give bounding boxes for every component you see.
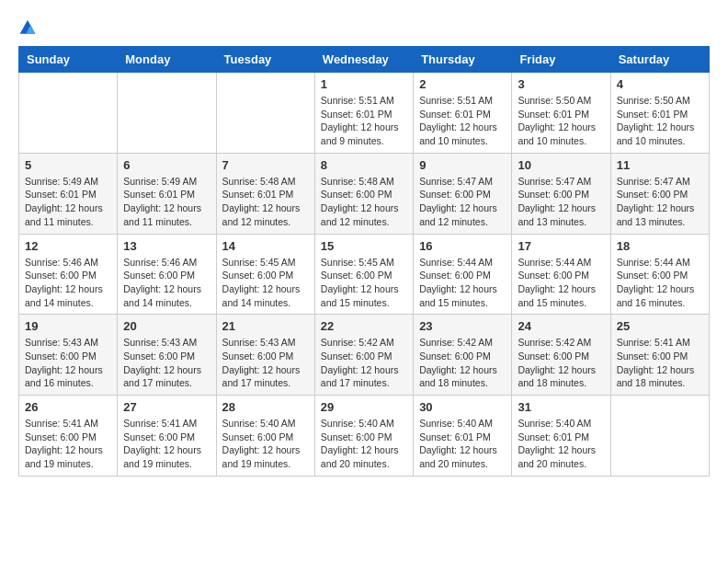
day-number: 23 (419, 319, 506, 333)
calendar-cell: 16Sunrise: 5:44 AM Sunset: 6:00 PM Dayli… (414, 234, 512, 315)
day-number: 1 (321, 77, 407, 91)
calendar-cell: 12Sunrise: 5:46 AM Sunset: 6:00 PM Dayli… (19, 234, 118, 315)
calendar-cell: 6Sunrise: 5:49 AM Sunset: 6:01 PM Daylig… (118, 153, 216, 234)
day-info: Sunrise: 5:41 AM Sunset: 6:00 PM Dayligh… (617, 336, 703, 390)
weekday-header: Thursday (414, 47, 512, 73)
day-number: 19 (25, 319, 111, 333)
day-number: 21 (222, 319, 309, 333)
calendar-cell: 21Sunrise: 5:43 AM Sunset: 6:00 PM Dayli… (216, 315, 314, 396)
calendar-week-row: 12Sunrise: 5:46 AM Sunset: 6:00 PM Dayli… (19, 234, 710, 315)
weekday-header: Tuesday (216, 47, 314, 73)
logo (18, 18, 40, 37)
calendar-cell: 22Sunrise: 5:42 AM Sunset: 6:00 PM Dayli… (314, 315, 413, 396)
calendar-cell: 1Sunrise: 5:51 AM Sunset: 6:01 PM Daylig… (314, 73, 413, 154)
day-info: Sunrise: 5:46 AM Sunset: 6:00 PM Dayligh… (25, 256, 111, 310)
weekday-header: Monday (118, 47, 216, 73)
calendar-cell: 19Sunrise: 5:43 AM Sunset: 6:00 PM Dayli… (19, 315, 118, 396)
day-number: 30 (419, 400, 506, 414)
weekday-header: Friday (512, 47, 610, 73)
calendar-cell: 25Sunrise: 5:41 AM Sunset: 6:00 PM Dayli… (610, 315, 709, 396)
day-number: 17 (518, 239, 604, 253)
day-number: 4 (617, 77, 703, 91)
day-info: Sunrise: 5:45 AM Sunset: 6:00 PM Dayligh… (321, 256, 407, 310)
calendar-week-row: 5Sunrise: 5:49 AM Sunset: 6:01 PM Daylig… (19, 153, 710, 234)
day-number: 29 (321, 400, 407, 414)
calendar-cell: 5Sunrise: 5:49 AM Sunset: 6:01 PM Daylig… (19, 153, 118, 234)
day-info: Sunrise: 5:42 AM Sunset: 6:00 PM Dayligh… (518, 336, 604, 390)
calendar-cell: 7Sunrise: 5:48 AM Sunset: 6:01 PM Daylig… (216, 153, 314, 234)
weekday-header: Saturday (610, 47, 709, 73)
day-info: Sunrise: 5:42 AM Sunset: 6:00 PM Dayligh… (321, 336, 407, 390)
calendar-cell: 26Sunrise: 5:41 AM Sunset: 6:00 PM Dayli… (19, 396, 118, 477)
day-number: 15 (321, 239, 407, 253)
day-number: 16 (419, 239, 506, 253)
calendar-week-row: 19Sunrise: 5:43 AM Sunset: 6:00 PM Dayli… (19, 315, 710, 396)
day-number: 5 (25, 158, 111, 172)
day-number: 24 (518, 319, 604, 333)
calendar-cell: 29Sunrise: 5:40 AM Sunset: 6:00 PM Dayli… (314, 396, 413, 477)
day-info: Sunrise: 5:48 AM Sunset: 6:01 PM Dayligh… (222, 175, 309, 229)
day-info: Sunrise: 5:47 AM Sunset: 6:00 PM Dayligh… (518, 175, 604, 229)
calendar-cell: 15Sunrise: 5:45 AM Sunset: 6:00 PM Dayli… (314, 234, 413, 315)
weekday-header: Wednesday (314, 47, 413, 73)
day-number: 14 (222, 239, 309, 253)
day-info: Sunrise: 5:51 AM Sunset: 6:01 PM Dayligh… (321, 94, 407, 148)
day-info: Sunrise: 5:49 AM Sunset: 6:01 PM Dayligh… (123, 175, 210, 229)
calendar-week-row: 1Sunrise: 5:51 AM Sunset: 6:01 PM Daylig… (19, 73, 710, 154)
day-info: Sunrise: 5:47 AM Sunset: 6:00 PM Dayligh… (419, 175, 506, 229)
calendar-cell: 23Sunrise: 5:42 AM Sunset: 6:00 PM Dayli… (414, 315, 512, 396)
calendar-cell: 20Sunrise: 5:43 AM Sunset: 6:00 PM Dayli… (118, 315, 216, 396)
day-number: 2 (419, 77, 506, 91)
calendar-cell: 27Sunrise: 5:41 AM Sunset: 6:00 PM Dayli… (118, 396, 216, 477)
day-number: 13 (123, 239, 210, 253)
calendar-cell: 18Sunrise: 5:44 AM Sunset: 6:00 PM Dayli… (610, 234, 709, 315)
calendar-cell: 24Sunrise: 5:42 AM Sunset: 6:00 PM Dayli… (512, 315, 610, 396)
day-info: Sunrise: 5:43 AM Sunset: 6:00 PM Dayligh… (123, 336, 210, 390)
logo-icon (18, 18, 37, 37)
day-number: 7 (222, 158, 309, 172)
calendar-header-row: SundayMondayTuesdayWednesdayThursdayFrid… (19, 47, 710, 73)
calendar-cell: 2Sunrise: 5:51 AM Sunset: 6:01 PM Daylig… (414, 73, 512, 154)
calendar-cell (216, 73, 314, 154)
calendar-week-row: 26Sunrise: 5:41 AM Sunset: 6:00 PM Dayli… (19, 396, 710, 477)
day-info: Sunrise: 5:43 AM Sunset: 6:00 PM Dayligh… (25, 336, 111, 390)
calendar-cell: 10Sunrise: 5:47 AM Sunset: 6:00 PM Dayli… (512, 153, 610, 234)
day-number: 6 (123, 158, 210, 172)
day-info: Sunrise: 5:41 AM Sunset: 6:00 PM Dayligh… (123, 417, 210, 471)
calendar-cell (118, 73, 216, 154)
calendar-cell: 4Sunrise: 5:50 AM Sunset: 6:01 PM Daylig… (610, 73, 709, 154)
calendar-cell: 28Sunrise: 5:40 AM Sunset: 6:00 PM Dayli… (216, 396, 314, 477)
day-number: 28 (222, 400, 309, 414)
day-number: 9 (419, 158, 506, 172)
day-info: Sunrise: 5:43 AM Sunset: 6:00 PM Dayligh… (222, 336, 309, 390)
day-info: Sunrise: 5:50 AM Sunset: 6:01 PM Dayligh… (617, 94, 703, 148)
day-number: 25 (617, 319, 703, 333)
day-number: 18 (617, 239, 703, 253)
day-number: 20 (123, 319, 210, 333)
calendar-cell: 30Sunrise: 5:40 AM Sunset: 6:01 PM Dayli… (414, 396, 512, 477)
day-info: Sunrise: 5:40 AM Sunset: 6:00 PM Dayligh… (222, 417, 309, 471)
day-info: Sunrise: 5:44 AM Sunset: 6:00 PM Dayligh… (617, 256, 703, 310)
day-info: Sunrise: 5:49 AM Sunset: 6:01 PM Dayligh… (25, 175, 111, 229)
day-info: Sunrise: 5:48 AM Sunset: 6:00 PM Dayligh… (321, 175, 407, 229)
weekday-header: Sunday (19, 47, 118, 73)
day-number: 11 (617, 158, 703, 172)
calendar-cell: 11Sunrise: 5:47 AM Sunset: 6:00 PM Dayli… (610, 153, 709, 234)
day-info: Sunrise: 5:44 AM Sunset: 6:00 PM Dayligh… (518, 256, 604, 310)
day-info: Sunrise: 5:50 AM Sunset: 6:01 PM Dayligh… (518, 94, 604, 148)
day-info: Sunrise: 5:51 AM Sunset: 6:01 PM Dayligh… (419, 94, 506, 148)
day-info: Sunrise: 5:46 AM Sunset: 6:00 PM Dayligh… (123, 256, 210, 310)
calendar-cell: 31Sunrise: 5:40 AM Sunset: 6:01 PM Dayli… (512, 396, 610, 477)
day-number: 26 (25, 400, 111, 414)
day-number: 22 (321, 319, 407, 333)
calendar-cell: 3Sunrise: 5:50 AM Sunset: 6:01 PM Daylig… (512, 73, 610, 154)
day-info: Sunrise: 5:40 AM Sunset: 6:01 PM Dayligh… (419, 417, 506, 471)
day-number: 12 (25, 239, 111, 253)
day-info: Sunrise: 5:45 AM Sunset: 6:00 PM Dayligh… (222, 256, 309, 310)
calendar-cell: 8Sunrise: 5:48 AM Sunset: 6:00 PM Daylig… (314, 153, 413, 234)
calendar-cell (19, 73, 118, 154)
day-info: Sunrise: 5:47 AM Sunset: 6:00 PM Dayligh… (617, 175, 703, 229)
calendar-table: SundayMondayTuesdayWednesdayThursdayFrid… (18, 46, 710, 477)
day-info: Sunrise: 5:41 AM Sunset: 6:00 PM Dayligh… (25, 417, 111, 471)
day-number: 8 (321, 158, 407, 172)
